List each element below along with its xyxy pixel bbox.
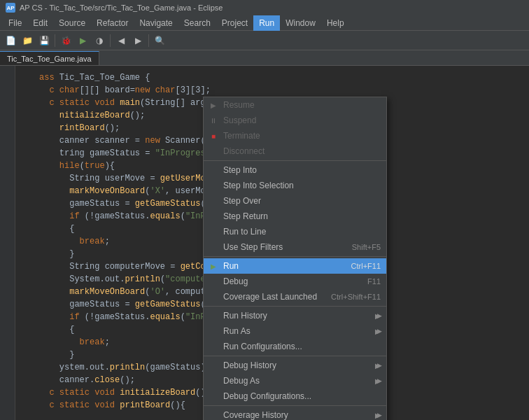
shortcut-debug: F11	[367, 277, 381, 286]
toolbar-debug[interactable]: 🐞	[58, 33, 73, 48]
menu-item-debug-configurations[interactable]: Debug Configurations...	[204, 388, 386, 404]
menu-project[interactable]: Project	[216, 15, 253, 31]
menu-help[interactable]: Help	[321, 15, 350, 31]
menu-label-step-into-selection: Step Into Selection	[223, 181, 381, 190]
debug-configurations-icon	[208, 391, 219, 402]
run-icon: ▶	[208, 260, 219, 272]
run-menu: ▶ Resume ⏸ Suspend ■ Terminate Disconnec…	[203, 97, 387, 420]
menu-label-debug: Debug	[223, 276, 353, 286]
run-history-icon	[208, 310, 219, 321]
menu-item-coverage-last[interactable]: Coverage Last Launched Ctrl+Shift+F11	[204, 289, 386, 304]
submenu-arrow: ▶	[375, 312, 381, 320]
menu-label-run-to-line: Run to Line	[223, 227, 381, 237]
menu-item-step-over[interactable]: Step Over	[204, 193, 386, 209]
menu-label-debug-configurations: Debug Configurations...	[223, 391, 381, 401]
menu-label-use-step-filters: Use Step Filters	[223, 242, 338, 252]
menu-item-run-history[interactable]: Run History ▶	[204, 308, 386, 323]
menu-window[interactable]: Window	[280, 15, 321, 31]
run-as-icon	[208, 326, 219, 337]
menu-label-coverage-history: Coverage History	[223, 410, 372, 420]
submenu-arrow: ▶	[375, 412, 381, 419]
menu-item-step-return[interactable]: Step Return	[204, 209, 386, 224]
menu-label-debug-history: Debug History	[223, 360, 372, 370]
toolbar-run[interactable]: ▶	[75, 33, 90, 48]
toolbar-new[interactable]: 📄	[3, 33, 18, 48]
menu-edit[interactable]: Edit	[27, 15, 53, 31]
menu-item-debug-history[interactable]: Debug History ▶	[204, 358, 386, 373]
menu-item-step-into[interactable]: Step Into	[204, 162, 386, 178]
submenu-arrow: ▶	[375, 328, 381, 335]
menu-label-debug-as: Debug As	[223, 376, 372, 386]
step-into-selection-icon	[208, 180, 219, 191]
toolbar-next[interactable]: ▶	[130, 33, 146, 48]
menu-label-run-configurations: Run Configurations...	[223, 342, 381, 351]
toolbar: 📄 📁 💾 🐞 ▶ ◑ ◀ ▶ 🔍	[0, 31, 529, 50]
separator	[204, 306, 386, 307]
menu-navigate[interactable]: Navigate	[134, 15, 178, 31]
menu-file[interactable]: File	[3, 15, 27, 31]
resume-icon: ▶	[208, 99, 219, 111]
menu-search[interactable]: Search	[178, 15, 216, 31]
menu-item-step-into-selection[interactable]: Step Into Selection	[204, 178, 386, 193]
coverage-history-icon	[208, 410, 219, 420]
run-configurations-icon	[208, 341, 219, 352]
debug-icon	[208, 276, 219, 287]
menu-label-step-return: Step Return	[223, 211, 381, 221]
menu-refactor[interactable]: Refactor	[91, 15, 134, 31]
menu-item-run-to-line[interactable]: Run to Line	[204, 224, 386, 239]
menu-item-suspend[interactable]: ⏸ Suspend	[204, 113, 386, 128]
menu-item-run-configurations[interactable]: Run Configurations...	[204, 339, 386, 354]
menu-label-step-into: Step Into	[223, 165, 381, 175]
menu-item-run-as[interactable]: Run As ▶	[204, 323, 386, 339]
menu-item-disconnect[interactable]: Disconnect	[204, 144, 386, 159]
menu-label-run-history: Run History	[223, 311, 372, 321]
menu-label-step-over: Step Over	[223, 196, 381, 206]
toolbar-save[interactable]: 💾	[36, 33, 52, 48]
menu-item-terminate[interactable]: ■ Terminate	[204, 128, 386, 144]
separator	[204, 160, 386, 161]
menu-item-resume[interactable]: ▶ Resume	[204, 97, 386, 113]
submenu-arrow: ▶	[375, 362, 381, 370]
suspend-icon: ⏸	[208, 115, 219, 126]
run-to-line-icon	[208, 226, 219, 237]
tab-file-label: Tic_Tac_Toe_Game.java	[7, 55, 92, 63]
shortcut-use-step-filters: Shift+F5	[352, 243, 381, 251]
step-into-icon	[208, 164, 219, 176]
app-icon: AP	[6, 3, 15, 13]
menu-label-disconnect: Disconnect	[223, 146, 381, 156]
tab-bar: Tic_Tac_Toe_Game.java	[0, 50, 529, 66]
menu-label-run: Run	[223, 261, 337, 271]
window-title: AP CS - Tic_Tac_Toe/src/Tic_Tac_Toe_Game…	[20, 4, 223, 12]
debug-history-icon	[208, 360, 219, 371]
toolbar-sep2	[110, 34, 111, 47]
menu-label-suspend: Suspend	[223, 115, 381, 125]
title-bar: AP AP CS - Tic_Tac_Toe/src/Tic_Tac_Toe_G…	[0, 0, 529, 15]
menu-item-use-step-filters[interactable]: Use Step Filters Shift+F5	[204, 239, 386, 255]
menu-item-debug-as[interactable]: Debug As ▶	[204, 373, 386, 388]
debug-as-icon	[208, 375, 219, 386]
menu-label-terminate: Terminate	[223, 131, 381, 141]
menu-item-coverage-history[interactable]: Coverage History ▶	[204, 407, 386, 420]
step-return-icon	[208, 211, 219, 222]
tab-main-file[interactable]: Tic_Tac_Toe_Game.java	[0, 51, 99, 65]
menu-item-debug[interactable]: Debug F11	[204, 274, 386, 289]
menu-bar: File Edit Source Refactor Navigate Searc…	[0, 15, 529, 31]
menu-source[interactable]: Source	[53, 15, 91, 31]
separator	[204, 256, 386, 257]
menu-run[interactable]: Run	[253, 15, 280, 31]
separator	[204, 356, 386, 356]
menu-label-coverage-last: Coverage Last Launched	[223, 292, 317, 302]
menu-item-run[interactable]: ▶ Run Ctrl+F11	[204, 258, 386, 274]
toolbar-search[interactable]: 🔍	[152, 33, 167, 48]
submenu-arrow: ▶	[375, 377, 381, 385]
toolbar-prev[interactable]: ◀	[113, 33, 129, 48]
shortcut-coverage-last: Ctrl+Shift+F11	[331, 293, 381, 301]
main-area: ass Tic_Tac_Toe_Game { c char[][] board=…	[0, 66, 529, 420]
toolbar-coverage[interactable]: ◑	[92, 33, 107, 48]
step-over-icon	[208, 195, 219, 206]
toolbar-open[interactable]: 📁	[20, 33, 35, 48]
menu-label-run-as: Run As	[223, 326, 372, 336]
coverage-last-icon	[208, 291, 219, 302]
separator	[204, 405, 386, 406]
toolbar-sep1	[55, 34, 55, 47]
